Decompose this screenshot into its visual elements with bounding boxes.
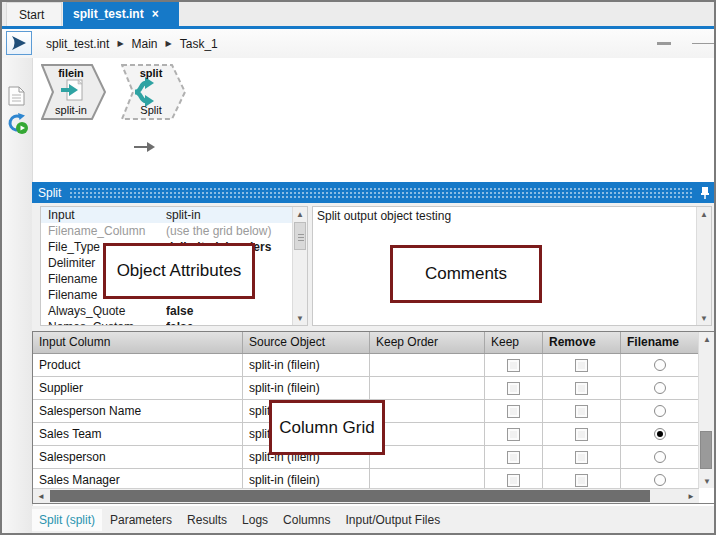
bottom-tab-0[interactable]: Split (split) (32, 509, 102, 531)
overlay-label-text: Object Attributes (117, 261, 242, 281)
split-panel-header[interactable]: Split (32, 182, 716, 203)
cell-filename (621, 354, 699, 376)
attribute-value: (use the grid below) (166, 223, 293, 239)
comments-label: Comments (390, 245, 542, 303)
cell-filename (621, 446, 699, 468)
filename-radio[interactable] (654, 474, 666, 486)
cell-input-column[interactable]: Sales Team (33, 423, 243, 445)
cell-input-column[interactable]: Salesperson (33, 446, 243, 468)
object-attributes-label: Object Attributes (103, 243, 255, 299)
filename-radio[interactable] (654, 405, 666, 417)
remove-checkbox[interactable] (575, 474, 588, 487)
cell-keep-order[interactable] (370, 400, 485, 422)
bottom-tab-3[interactable]: Logs (235, 509, 275, 531)
collapse-handle[interactable] (657, 42, 671, 45)
scroll-right-icon[interactable]: ► (683, 489, 699, 503)
scrollbar-thumb[interactable] (700, 431, 712, 469)
scrollbar-thumb[interactable] (294, 222, 306, 250)
keep-checkbox[interactable] (507, 451, 520, 464)
attribute-row-1[interactable]: Filename_Column(use the grid below) (41, 223, 293, 239)
pin-icon[interactable] (700, 186, 710, 200)
attributes-scrollbar[interactable]: ▲ ▼ (292, 207, 307, 325)
cell-keep (485, 423, 543, 445)
keep-checkbox[interactable] (507, 405, 520, 418)
breadcrumb-item-2[interactable]: Task_1 (180, 37, 218, 51)
cell-keep-order[interactable] (370, 423, 485, 445)
attribute-name: Names_Custom (41, 319, 166, 326)
attribute-value: false (166, 303, 293, 319)
cell-keep (485, 446, 543, 468)
filename-radio[interactable] (654, 359, 666, 371)
remove-checkbox[interactable] (575, 451, 588, 464)
grid-header-5[interactable]: Filename (621, 332, 699, 353)
grid-header-2[interactable]: Keep Order (370, 332, 485, 353)
cell-source-object[interactable]: split-in (filein) (243, 354, 370, 376)
cell-keep (485, 354, 543, 376)
grid-horizontal-scrollbar[interactable]: ◄ ► (33, 488, 699, 503)
scroll-left-icon[interactable]: ◄ (33, 489, 49, 503)
attribute-row-0[interactable]: Inputsplit-in (41, 207, 293, 223)
remove-checkbox[interactable] (575, 359, 588, 372)
keep-checkbox[interactable] (507, 474, 520, 487)
tab-split-test-int[interactable]: split_test.int × (63, 2, 179, 26)
close-icon[interactable]: × (152, 7, 159, 21)
bottom-tab-5[interactable]: Input/Output Files (338, 509, 447, 531)
document-icon[interactable] (8, 86, 30, 108)
overlay-label-text: Comments (425, 264, 507, 284)
attribute-value: split-in (166, 207, 293, 223)
flow-canvas[interactable]: filein split-in split Split (33, 58, 716, 181)
scroll-down-icon[interactable]: ▼ (293, 311, 307, 325)
cell-input-column[interactable]: Salesperson Name (33, 400, 243, 422)
keep-checkbox[interactable] (507, 428, 520, 441)
attribute-name: Always_Quote (41, 303, 166, 319)
grid-header-row: Input ColumnSource ObjectKeep OrderKeepR… (33, 332, 699, 354)
table-row-0: Productsplit-in (filein) (33, 354, 699, 377)
remove-checkbox[interactable] (575, 405, 588, 418)
scroll-up-icon[interactable]: ▲ (699, 332, 715, 346)
grid-vertical-scrollbar[interactable]: ▲ ▼ (698, 332, 715, 488)
node-filein[interactable]: filein split-in (41, 64, 107, 120)
overlay-label-text: Column Grid (279, 418, 374, 438)
filename-radio[interactable] (654, 428, 666, 440)
filename-radio[interactable] (654, 382, 666, 394)
comments-text: Split output object testing (317, 209, 451, 223)
cell-keep-order[interactable] (370, 377, 485, 399)
breadcrumb-item-0[interactable]: split_test.int (46, 37, 109, 51)
cell-input-column[interactable]: Supplier (33, 377, 243, 399)
grid-header-4[interactable]: Remove (543, 332, 621, 353)
grid-header-3[interactable]: Keep (485, 332, 543, 353)
cell-keep-order[interactable] (370, 446, 485, 468)
keep-checkbox[interactable] (507, 382, 520, 395)
grid-header-1[interactable]: Source Object (243, 332, 370, 353)
comments-scrollbar[interactable]: ▲ ▼ (696, 207, 711, 325)
run-button[interactable] (6, 31, 32, 55)
cell-keep (485, 377, 543, 399)
bottom-tab-4[interactable]: Columns (276, 509, 337, 531)
node-title: split (121, 67, 181, 79)
grid-header-0[interactable]: Input Column (33, 332, 243, 353)
run-history-icon[interactable] (6, 112, 28, 134)
cell-input-column[interactable]: Product (33, 354, 243, 376)
cell-source-object[interactable]: split-in (filein) (243, 377, 370, 399)
scroll-up-icon[interactable]: ▲ (293, 207, 307, 221)
tab-start[interactable]: Start (6, 2, 62, 26)
cell-remove (543, 400, 621, 422)
remove-checkbox[interactable] (575, 382, 588, 395)
filename-radio[interactable] (654, 451, 666, 463)
attribute-row-6[interactable]: Always_Quotefalse (41, 303, 293, 319)
tab-start-label: Start (19, 8, 44, 22)
breadcrumb-item-1[interactable]: Main (132, 37, 158, 51)
scroll-down-icon[interactable]: ▼ (699, 474, 715, 488)
bottom-tab-2[interactable]: Results (180, 509, 234, 531)
cell-keep-order[interactable] (370, 354, 485, 376)
scrollbar-thumb[interactable] (50, 490, 650, 502)
node-title: filein (41, 67, 101, 79)
scroll-up-icon[interactable]: ▲ (697, 207, 711, 221)
bottom-tab-1[interactable]: Parameters (103, 509, 179, 531)
scroll-down-icon[interactable]: ▼ (697, 311, 711, 325)
remove-checkbox[interactable] (575, 428, 588, 441)
node-subtitle: split-in (41, 104, 101, 116)
keep-checkbox[interactable] (507, 359, 520, 372)
attribute-row-7[interactable]: Names_Customfalse (41, 319, 293, 326)
node-split[interactable]: split Split (121, 64, 187, 120)
